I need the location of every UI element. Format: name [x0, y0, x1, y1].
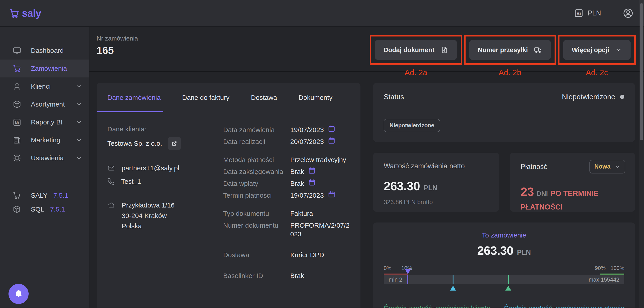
truck-icon — [534, 46, 542, 54]
cube-icon — [12, 205, 22, 213]
detail-label: Data zaksięgowania — [223, 167, 290, 176]
gross-value-note: 323.86 PLN brutto — [384, 199, 488, 206]
payment-card: Płatność Nowa 23DNIPO TERMINIE PŁATNOŚCI — [510, 153, 635, 212]
annotation-box-2c: Więcej opcji — [558, 35, 636, 65]
calendar-icon[interactable] — [308, 179, 316, 186]
order-number-label: Nr zamówienia — [96, 35, 138, 42]
detail-value: Brak — [290, 167, 304, 176]
payment-status-select[interactable]: Nowa — [590, 160, 625, 173]
tab-dostawa[interactable]: Dostawa — [248, 83, 280, 112]
version-number: 7.5.1 — [50, 205, 65, 213]
order-value-scale: 0% 10% 90% 100% min 2 max 155442 — [384, 265, 624, 298]
open-client-button[interactable] — [168, 137, 181, 150]
detail-label: Metoda płatności — [223, 155, 290, 164]
currency-label: PLN — [588, 9, 601, 17]
sidebar-item-label: Ustawienia — [31, 154, 64, 162]
scale-max-label: max 155442 — [588, 276, 620, 283]
logo-text: saly — [22, 7, 41, 19]
status-dot — [620, 95, 624, 99]
cart-icon — [12, 191, 22, 200]
detail-label: Data realizacji — [223, 137, 290, 146]
sidebar-item-label: Klienci — [31, 83, 50, 90]
chevron-down-icon — [76, 101, 82, 108]
calendar-icon[interactable] — [328, 190, 336, 198]
system-average-label: Średnia wartość zamówienia w systemie — [504, 304, 624, 307]
detail-value: Brak — [290, 179, 304, 188]
client-average-label: Średnia wartość zamówienia klienta — [384, 304, 490, 307]
chevron-down-icon — [76, 83, 82, 90]
cart-icon — [12, 64, 22, 73]
net-value: 263.30 — [384, 179, 420, 193]
sidebar-item-marketing[interactable]: Marketing — [0, 131, 89, 149]
order-id-block: Nr zamówienia 165 — [96, 35, 138, 56]
sidebar-nav: Dashboard Zamówienia Klienci — [0, 42, 89, 167]
cube-icon — [12, 100, 22, 109]
scrollbar-thumb[interactable] — [640, 3, 643, 140]
order-attributes: Data zamówienia 19/07/2023 — [223, 125, 350, 289]
sidebar-item-label: Asortyment — [31, 101, 65, 108]
home-icon — [107, 201, 115, 231]
status-title: Status — [384, 93, 404, 101]
client-section-label: Dane klienta: — [107, 125, 223, 133]
tab-dane-do-faktury[interactable]: Dane do faktury — [179, 83, 232, 112]
client-email: partners+1@saly.pl — [122, 164, 179, 172]
sidebar-item-raporty-bi[interactable]: Bi Raporty BI — [0, 113, 89, 131]
scrollbar-track — [639, 0, 644, 308]
net-value-currency: PLN — [424, 184, 438, 192]
currency-selector[interactable]: Bi PLN — [574, 8, 601, 18]
calendar-icon[interactable] — [328, 137, 336, 144]
calendar-icon[interactable] — [308, 167, 316, 174]
document-upload-icon — [440, 46, 448, 54]
topbar: saly Bi PLN — [0, 0, 644, 27]
scale-100-label: 100% — [611, 265, 624, 271]
low-decile-segment — [384, 273, 408, 275]
client-average-stat: Średnia wartość zamówienia klienta 17 13… — [384, 304, 490, 307]
detail-value: 19/07/2023 — [290, 125, 324, 134]
detail-label: Data zamówienia — [223, 125, 290, 134]
tab-dokumenty[interactable]: Dokumenty — [296, 83, 335, 112]
email-icon — [107, 164, 115, 172]
dodaj-dokument-button[interactable]: Dodaj dokument — [375, 40, 456, 60]
sidebar-item-label: Raporty BI — [31, 118, 62, 126]
sidebar-item-klienci[interactable]: Klienci — [0, 78, 89, 95]
tab-dane-zamowienia[interactable]: Dane zamówienia — [96, 83, 163, 112]
overdue-days-unit: DNI — [537, 190, 548, 197]
client-info: Dane klienta: Testowa Sp. z o.o. — [107, 125, 223, 289]
wiecej-opcji-button[interactable]: Więcej opcji — [563, 40, 630, 60]
cart-logo-icon — [9, 8, 20, 19]
detail-label: Numer dokumentu — [223, 221, 290, 230]
detail-value: PROFORMA/2/07/2023 — [290, 221, 350, 238]
calendar-icon[interactable] — [328, 125, 336, 133]
status-badge: Niepotwierdzone — [384, 119, 440, 132]
overdue-days: 23 — [520, 185, 534, 198]
chevron-down-icon — [614, 164, 620, 170]
detail-row: Metoda płatności Przelew tradycyjny — [223, 155, 350, 164]
account-button[interactable] — [622, 8, 634, 19]
version-name: SALY — [31, 192, 48, 199]
app-logo[interactable]: saly — [9, 7, 41, 19]
detail-row: Data zaksięgowania Brak — [223, 167, 350, 176]
sidebar-item-dashboard[interactable]: Dashboard — [0, 42, 89, 60]
sidebar-item-zamowienia[interactable]: Zamówienia — [0, 60, 89, 78]
comparison-currency: PLN — [517, 248, 531, 256]
scale-0-label: 0% — [384, 265, 392, 271]
detail-row: Dostawa Kurier DPD — [223, 250, 350, 259]
button-label: Numer przesyłki — [478, 46, 528, 54]
payment-status-value: Nowa — [594, 163, 610, 170]
chevron-down-icon — [615, 46, 622, 54]
sidebar-item-label: Marketing — [31, 136, 60, 144]
notifications-button[interactable] — [8, 284, 28, 304]
sidebar-item-label: Dashboard — [31, 47, 64, 54]
sidebar-item-asortyment[interactable]: Asortyment — [0, 95, 89, 113]
sidebar-item-ustawienia[interactable]: Ustawienia — [0, 149, 89, 167]
address-line: Przykładowa 1/16 — [122, 200, 175, 211]
bi-icon: Bi — [574, 8, 584, 18]
order-net-value-card: Wartość zamówienia netto 263.30 PLN 323.… — [373, 153, 499, 212]
order-comparison-card: To zamówienie 263.30 PLN 0% 10% 90% 100% — [373, 222, 635, 307]
tab-label: Dane zamówienia — [107, 94, 160, 101]
numer-przesylki-button[interactable]: Numer przesyłki — [469, 40, 551, 60]
monitor-icon — [12, 46, 22, 55]
sidebar: Dashboard Zamówienia Klienci — [0, 27, 90, 307]
scale-90-label: 90% — [595, 265, 606, 271]
detail-row: Data wpłaty Brak — [223, 179, 350, 188]
